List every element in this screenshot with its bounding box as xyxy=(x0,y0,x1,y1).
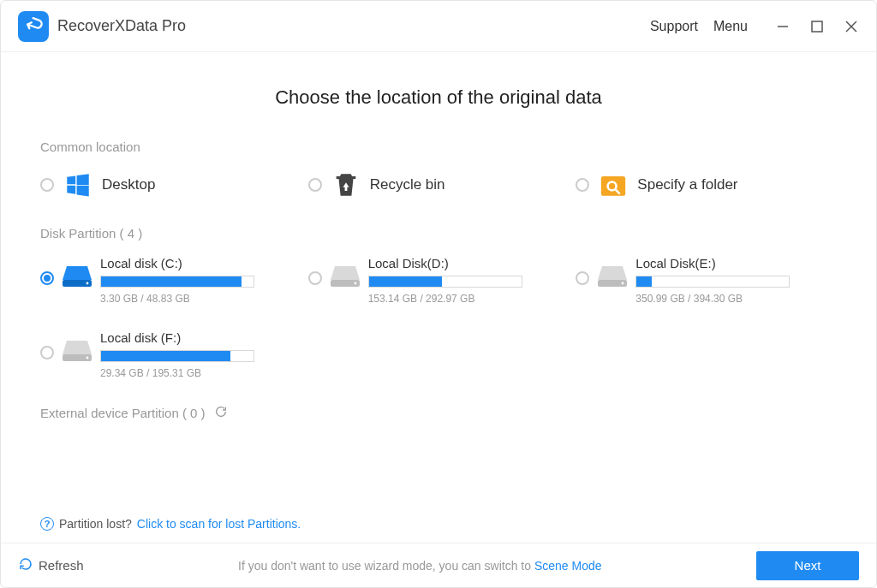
disk-name: Local Disk(E:) xyxy=(635,256,790,270)
maximize-icon[interactable] xyxy=(809,19,825,34)
location-recyclebin[interactable]: Recycle bin xyxy=(308,169,570,200)
radio-recyclebin[interactable] xyxy=(308,178,322,192)
svg-rect-1 xyxy=(812,21,822,32)
radio-folder[interactable] xyxy=(576,178,589,192)
disk-size-text: 350.99 GB / 394.30 GB xyxy=(635,293,790,305)
common-location-label: Common location xyxy=(40,140,837,154)
drive-icon xyxy=(63,264,92,290)
radio-disk[interactable] xyxy=(40,271,54,285)
disk-name: Local disk (C:) xyxy=(100,256,254,270)
location-specify-folder[interactable]: Specify a folder xyxy=(576,169,837,200)
close-icon[interactable] xyxy=(844,19,859,34)
disk-size-text: 29.34 GB / 195.31 GB xyxy=(100,367,254,379)
disk-usage-bar xyxy=(635,276,790,288)
refresh-external-icon[interactable] xyxy=(214,405,228,421)
refresh-label: Refresh xyxy=(39,558,84,573)
windows-icon xyxy=(63,169,93,200)
disk-size-text: 153.14 GB / 292.97 GB xyxy=(368,293,522,305)
disk-item[interactable]: Local disk (C:)3.30 GB / 48.83 GB xyxy=(40,256,301,305)
location-desktop[interactable]: Desktop xyxy=(40,169,301,200)
radio-desktop[interactable] xyxy=(40,178,54,192)
disk-name: Local disk (F:) xyxy=(100,330,254,345)
page-title: Choose the location of the original data xyxy=(40,86,837,109)
location-label: Specify a folder xyxy=(637,176,737,193)
disk-item[interactable]: Local Disk(D:)153.14 GB / 292.97 GB xyxy=(308,256,570,305)
disk-item[interactable]: Local Disk(E:)350.99 GB / 394.30 GB xyxy=(576,256,837,305)
help-icon[interactable]: ? xyxy=(40,517,54,531)
partition-lost-text: Partition lost? xyxy=(59,517,132,531)
scan-lost-partitions-link[interactable]: Click to scan for lost Partitions. xyxy=(137,517,301,531)
svg-point-8 xyxy=(87,282,89,285)
partition-lost-hint: ? Partition lost? Click to scan for lost… xyxy=(40,517,301,531)
svg-point-12 xyxy=(622,282,624,285)
recyclebin-icon xyxy=(331,169,361,200)
folder-search-icon xyxy=(598,169,629,200)
svg-point-14 xyxy=(87,357,89,359)
disk-name: Local Disk(D:) xyxy=(368,256,522,270)
radio-disk[interactable] xyxy=(40,346,54,359)
app-title: RecoverXData Pro xyxy=(57,17,650,35)
drive-icon xyxy=(598,264,627,290)
svg-point-10 xyxy=(354,282,356,285)
drive-icon xyxy=(331,264,360,290)
content-area: Choose the location of the original data… xyxy=(1,52,876,543)
next-button[interactable]: Next xyxy=(756,551,859,580)
radio-disk[interactable] xyxy=(576,271,589,285)
footer-message: If you don't want to use wizard mode, yo… xyxy=(84,559,756,573)
refresh-icon xyxy=(18,556,33,574)
common-locations-row: Desktop Recycle bin Specify a folder xyxy=(40,169,837,200)
minimize-icon[interactable] xyxy=(775,19,790,34)
disk-usage-bar xyxy=(368,276,522,288)
location-label: Recycle bin xyxy=(370,176,445,193)
app-logo xyxy=(18,11,49,42)
disk-usage-bar xyxy=(100,276,254,288)
menu-link[interactable]: Menu xyxy=(713,19,748,34)
external-partition-label: External device Partition ( 0 ) xyxy=(40,405,837,421)
scene-mode-link[interactable]: Scene Mode xyxy=(534,559,602,573)
title-bar: RecoverXData Pro Support Menu xyxy=(1,1,876,52)
disk-partition-label: Disk Partition ( 4 ) xyxy=(40,226,837,241)
radio-disk[interactable] xyxy=(308,271,322,285)
footer-bar: Refresh If you don't want to use wizard … xyxy=(1,543,876,587)
disk-item[interactable]: Local disk (F:)29.34 GB / 195.31 GB xyxy=(40,330,837,379)
disk-size-text: 3.30 GB / 48.83 GB xyxy=(100,293,254,305)
support-link[interactable]: Support xyxy=(650,19,698,34)
disk-usage-bar xyxy=(100,350,254,362)
location-label: Desktop xyxy=(102,176,155,193)
drive-icon xyxy=(63,339,92,365)
refresh-button[interactable]: Refresh xyxy=(18,556,84,574)
